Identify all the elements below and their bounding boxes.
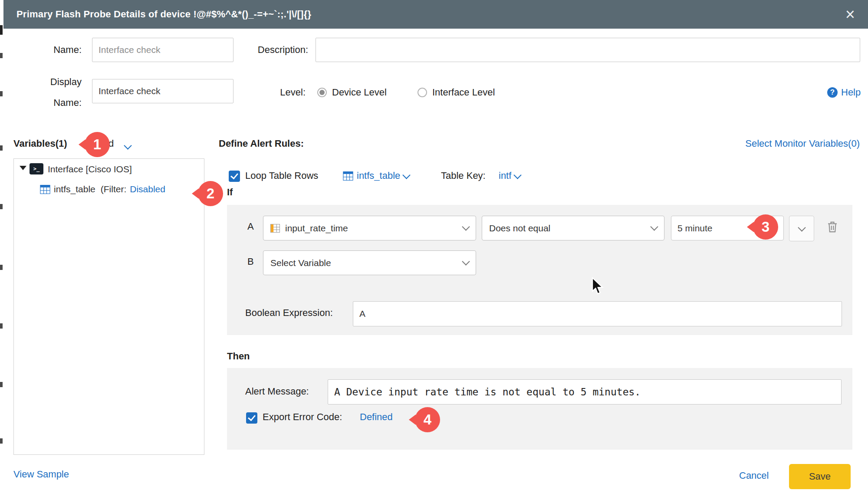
then-label: Then — [227, 351, 250, 362]
variables-header: Variables(1) — [13, 138, 67, 149]
chevron-down-icon — [650, 223, 658, 230]
save-button[interactable]: Save — [789, 464, 851, 489]
chevron-down-icon — [514, 171, 522, 179]
radio-interface-level-label: Interface Level — [432, 87, 495, 98]
export-error-code-label: Export Error Code: — [263, 411, 342, 423]
tree-node-table-label: intfs_table — [54, 184, 95, 194]
annotation-badge-4: 4 — [415, 407, 440, 432]
select-monitor-variables-link[interactable]: Select Monitor Variables(0) — [745, 138, 860, 149]
dialog-title: Primary Flash Probe Details of device !@… — [16, 9, 311, 20]
variables-tree-panel — [13, 158, 204, 455]
table-icon — [40, 185, 50, 194]
name-input[interactable] — [92, 38, 233, 62]
alert-message-input[interactable] — [328, 379, 842, 405]
chevron-down-icon — [462, 257, 470, 265]
background-fragment — [0, 91, 3, 96]
loop-table-rows-checkbox[interactable] — [229, 171, 240, 182]
dialog-titlebar: Primary Flash Probe Details of device !@… — [3, 0, 868, 29]
chevron-down-icon[interactable] — [124, 141, 132, 149]
table-key-dropdown[interactable]: intf — [499, 170, 520, 181]
display-name-label: Display Name: — [17, 72, 82, 113]
mouse-cursor — [591, 277, 604, 295]
background-fragment — [0, 25, 3, 35]
variable-a-dropdown[interactable]: input_rate_time — [263, 216, 476, 240]
annotation-badge-3: 3 — [753, 214, 778, 240]
filter-prefix: (Filter: — [101, 184, 127, 194]
description-input[interactable] — [316, 38, 860, 62]
table-select-dropdown[interactable]: intfs_table — [343, 170, 409, 181]
value-a-dropdown-toggle[interactable] — [789, 216, 814, 241]
column-icon — [270, 224, 280, 233]
table-key-value: intf — [499, 170, 511, 181]
table-icon — [343, 171, 353, 181]
level-label: Level: — [258, 87, 306, 98]
background-fragment — [0, 145, 3, 151]
filter-value-link[interactable]: Disabled — [130, 184, 165, 194]
background-fragment — [0, 204, 3, 209]
terminal-icon: >_ — [30, 163, 43, 174]
help-icon: ? — [827, 87, 838, 98]
table-select-label: intfs_table — [357, 170, 400, 181]
chevron-down-icon — [403, 171, 411, 179]
description-label: Description: — [243, 44, 308, 56]
background-fragment — [0, 438, 3, 444]
display-name-label-line1: Display — [50, 76, 82, 87]
variable-a-value: input_rate_time — [285, 223, 348, 234]
background-page-edge — [0, 0, 3, 500]
background-fragment — [0, 382, 3, 387]
delete-rule-icon[interactable] — [826, 220, 838, 236]
if-label: If — [227, 187, 233, 198]
radio-interface-level[interactable] — [418, 88, 427, 97]
annotation-badge-2: 2 — [198, 181, 223, 206]
chevron-down-icon — [462, 223, 470, 230]
annotation-badge-1: 1 — [85, 132, 110, 157]
boolean-expression-label: Boolean Expression: — [245, 307, 333, 319]
alert-rules-header: Define Alert Rules: — [219, 138, 304, 149]
operator-a-value: Does not equal — [489, 223, 550, 234]
cancel-button[interactable]: Cancel — [739, 470, 769, 481]
help-label: Help — [841, 87, 861, 98]
boolean-expression-input[interactable] — [353, 301, 842, 326]
background-fragment — [0, 323, 3, 329]
variable-b-dropdown[interactable]: Select Variable — [263, 250, 476, 275]
chevron-down-icon — [798, 224, 806, 231]
export-error-code-defined-link[interactable]: Defined — [360, 411, 393, 423]
tree-expand-icon[interactable] — [20, 166, 26, 170]
view-sample-link[interactable]: View Sample — [13, 469, 69, 480]
background-fragment — [0, 265, 3, 270]
tree-node-device[interactable]: Interface [Cisco IOS] — [48, 164, 132, 174]
screen: Primary Flash Probe Details of device !@… — [0, 0, 868, 500]
table-key-label: Table Key: — [441, 170, 486, 181]
row-a-label: A — [247, 221, 254, 232]
radio-device-level[interactable] — [317, 88, 327, 97]
variable-b-value: Select Variable — [270, 258, 331, 268]
radio-device-level-label: Device Level — [332, 87, 387, 98]
operator-a-dropdown[interactable]: Does not equal — [482, 216, 664, 240]
display-name-label-line2: Name: — [53, 97, 82, 108]
loop-table-rows-label: Loop Table Rows — [245, 170, 318, 181]
background-fragment — [0, 53, 3, 58]
alert-message-label: Alert Message: — [245, 386, 309, 397]
close-icon[interactable]: × — [845, 6, 855, 23]
display-name-input[interactable] — [92, 79, 233, 103]
export-error-code-checkbox[interactable] — [246, 412, 257, 424]
name-label: Name: — [25, 44, 82, 56]
row-b-label: B — [247, 256, 254, 267]
tree-node-table[interactable]: intfs_table (Filter: Disabled — [40, 184, 165, 194]
